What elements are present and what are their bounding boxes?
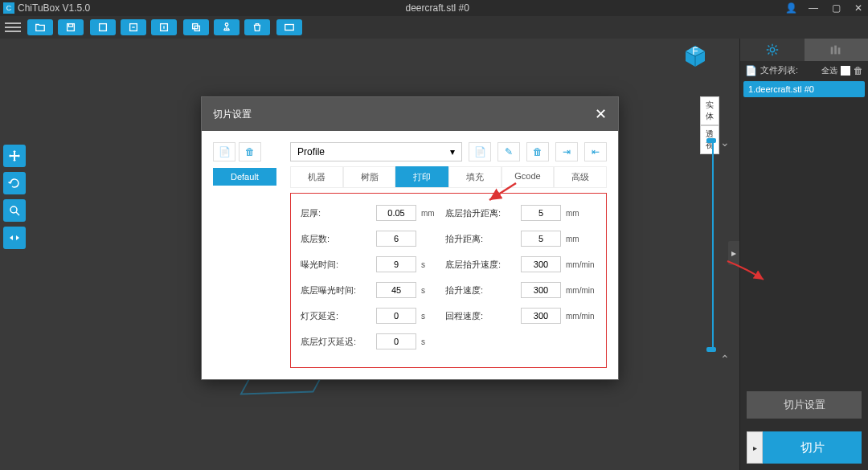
user-icon[interactable]: 👤 bbox=[784, 2, 797, 14]
select-all-checkbox[interactable] bbox=[841, 66, 850, 76]
param-unit: s bbox=[420, 286, 442, 295]
param-label: 底层数: bbox=[301, 233, 373, 245]
slider-top-handle[interactable] bbox=[706, 138, 716, 143]
svg-rect-1 bbox=[68, 24, 72, 27]
file-list-label: 文件列表: bbox=[760, 64, 818, 76]
settings-tab-2[interactable]: 打印 bbox=[395, 166, 448, 187]
caret-down-icon: ▾ bbox=[450, 146, 455, 157]
param-unit: mm bbox=[420, 209, 442, 218]
view-mode-toggle: 实体 透视 bbox=[700, 96, 719, 154]
param-unit: s bbox=[420, 260, 442, 269]
tab-settings[interactable] bbox=[740, 39, 805, 61]
param-input[interactable] bbox=[521, 205, 561, 221]
edit-icon[interactable]: ✎ bbox=[497, 142, 520, 161]
profile-select[interactable]: Profile ▾ bbox=[290, 142, 462, 161]
param-input[interactable] bbox=[521, 308, 561, 324]
import-icon[interactable]: ⇥ bbox=[555, 142, 578, 161]
minimize-button[interactable]: — bbox=[807, 2, 820, 14]
menu-button[interactable] bbox=[5, 19, 21, 35]
app-logo-icon: C bbox=[3, 2, 14, 14]
slice-settings-button[interactable]: 切片设置 bbox=[747, 391, 862, 419]
close-button[interactable]: ✕ bbox=[852, 2, 865, 14]
title-bar: C ChiTuBox V1.5.0 deercraft.stl #0 👤 — ▢… bbox=[0, 0, 868, 16]
tool-button-1[interactable] bbox=[90, 19, 116, 35]
view-solid[interactable]: 实体 bbox=[700, 96, 719, 125]
param-unit: mm/min bbox=[564, 286, 606, 295]
settings-tab-3[interactable]: 填充 bbox=[448, 166, 502, 187]
param-input[interactable] bbox=[521, 256, 561, 272]
param-unit: s bbox=[420, 312, 442, 321]
svg-rect-15 bbox=[834, 46, 837, 55]
copy-button[interactable] bbox=[183, 19, 209, 35]
new-file-icon[interactable]: 📄 bbox=[469, 142, 491, 161]
chevron-up-icon[interactable]: ⌃ bbox=[720, 353, 730, 366]
scale-tool[interactable] bbox=[3, 199, 26, 222]
slice-button[interactable]: 切片 bbox=[763, 431, 862, 464]
sidebar-collapse-handle[interactable]: ▸ bbox=[728, 241, 739, 265]
rotate-tool[interactable] bbox=[3, 172, 26, 194]
param-label: 回程速度: bbox=[445, 310, 518, 322]
svg-rect-14 bbox=[831, 47, 833, 54]
param-label: 底层抬升速度: bbox=[445, 259, 518, 271]
param-unit: mm bbox=[564, 209, 606, 218]
param-label: 曝光时间: bbox=[301, 259, 373, 271]
svg-text:F: F bbox=[692, 46, 698, 57]
settings-tab-5[interactable]: 高级 bbox=[554, 166, 607, 187]
param-label: 灯灭延迟: bbox=[301, 310, 373, 322]
screen-button[interactable] bbox=[276, 19, 302, 35]
profile-select-value: Profile bbox=[297, 146, 325, 157]
chevron-down-icon[interactable]: ⌄ bbox=[720, 136, 730, 149]
tab-library[interactable] bbox=[805, 39, 869, 61]
param-input[interactable] bbox=[521, 282, 561, 298]
default-profile-button[interactable]: Default bbox=[213, 168, 276, 186]
param-input[interactable] bbox=[376, 231, 416, 247]
param-input[interactable] bbox=[521, 231, 561, 247]
print-params-panel: 层厚:mm底层抬升距离:mm底层数:抬升距离:mm曝光时间:s底层抬升速度:mm… bbox=[290, 193, 607, 368]
layer-slider[interactable]: ⌄ ⌃ bbox=[710, 141, 715, 349]
slice-expand-button[interactable]: ▸ bbox=[747, 431, 763, 464]
slider-track[interactable] bbox=[712, 141, 714, 349]
save-button[interactable] bbox=[58, 19, 84, 35]
param-input[interactable] bbox=[376, 256, 416, 272]
maximize-button[interactable]: ▢ bbox=[829, 2, 842, 14]
param-label: 抬升速度: bbox=[445, 284, 518, 296]
dialog-title: 切片设置 bbox=[213, 108, 595, 121]
select-all-label: 全选 bbox=[821, 65, 837, 76]
param-label: 底层曝光时间: bbox=[301, 284, 373, 296]
app-title: ChiTuBox V1.5.0 bbox=[18, 2, 90, 14]
param-input[interactable] bbox=[376, 333, 416, 349]
param-unit: s bbox=[420, 337, 442, 346]
tool-button-3[interactable] bbox=[151, 19, 177, 35]
svg-point-9 bbox=[10, 206, 17, 213]
param-label: 底层灯灭延迟: bbox=[301, 336, 373, 348]
svg-rect-8 bbox=[285, 25, 294, 31]
right-sidebar: 📄 文件列表: 全选 🗑 1.deercraft.stl #0 切片设置 ▸ 切… bbox=[739, 39, 868, 470]
tool-button-2[interactable] bbox=[121, 19, 146, 35]
param-unit: mm/min bbox=[564, 312, 606, 321]
settings-tab-0[interactable]: 机器 bbox=[290, 166, 343, 187]
param-input[interactable] bbox=[376, 282, 416, 298]
trash-profile-icon[interactable]: 🗑 bbox=[526, 142, 549, 161]
param-input[interactable] bbox=[376, 205, 416, 221]
mirror-tool[interactable] bbox=[3, 227, 26, 249]
slice-settings-dialog: 切片设置 ✕ 📄 🗑 Default Profile ▾ 📄 ✎ 🗑 ⇥ ⇤ bbox=[201, 96, 619, 380]
export-icon[interactable]: ⇤ bbox=[584, 142, 607, 161]
main-toolbar bbox=[0, 16, 868, 39]
move-tool[interactable] bbox=[3, 145, 26, 167]
delete-profile-button[interactable]: 🗑 bbox=[239, 142, 261, 161]
document-title: deercraft.stl #0 bbox=[90, 2, 784, 14]
left-tool-rail bbox=[3, 145, 26, 249]
orientation-cube[interactable]: F bbox=[683, 44, 707, 68]
file-list-item[interactable]: 1.deercraft.stl #0 bbox=[743, 81, 865, 97]
settings-tab-1[interactable]: 树脂 bbox=[343, 166, 396, 187]
delete-button[interactable] bbox=[244, 19, 270, 35]
open-folder-button[interactable] bbox=[27, 19, 53, 35]
trash-icon[interactable]: 🗑 bbox=[854, 65, 863, 76]
slider-bottom-handle[interactable] bbox=[706, 347, 716, 352]
param-unit: mm bbox=[564, 235, 606, 243]
add-profile-button[interactable]: 📄 bbox=[213, 142, 235, 161]
param-input[interactable] bbox=[376, 308, 416, 324]
supports-button[interactable] bbox=[214, 19, 240, 35]
dialog-close-button[interactable]: ✕ bbox=[595, 105, 607, 123]
settings-tab-4[interactable]: Gcode bbox=[502, 166, 555, 187]
